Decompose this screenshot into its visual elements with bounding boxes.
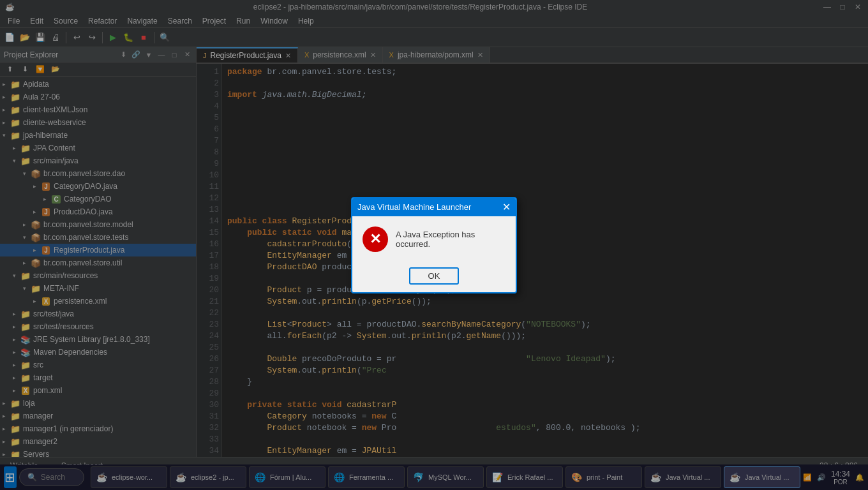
jvm-dialog: Java Virtual Machine Launcher ✕ ✕ A Java… [351,197,517,293]
dialog-overlay: Java Virtual Machine Launcher ✕ ✕ A Java… [0,0,868,490]
error-icon: ✕ [363,226,388,252]
dialog-title: Java Virtual Machine Launcher [357,202,502,212]
dialog-ok-button[interactable]: OK [409,267,460,285]
dialog-footer: OK [352,262,516,292]
dialog-close-button[interactable]: ✕ [502,201,511,213]
dialog-body: ✕ A Java Exception has occurred. [352,216,516,262]
dialog-titlebar: Java Virtual Machine Launcher ✕ [352,198,516,216]
dialog-message: A Java Exception has occurred. [396,230,505,249]
